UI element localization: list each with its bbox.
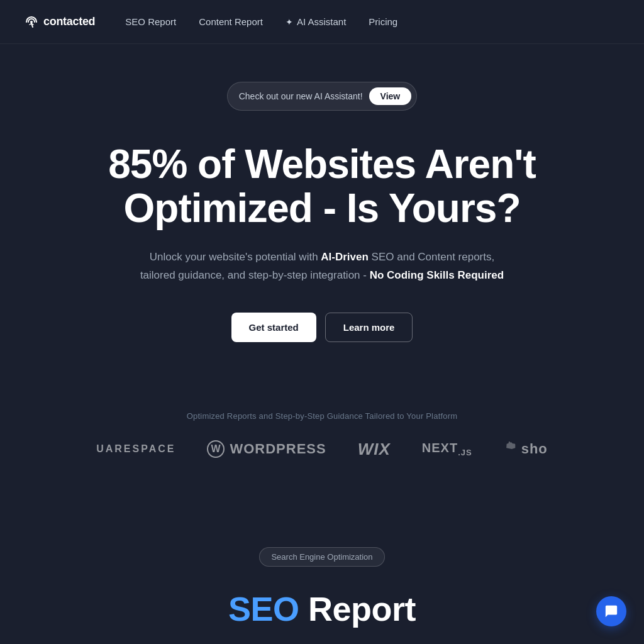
seo-title: SEO Report: [228, 589, 416, 628]
navbar: contacted SEO Report Content Report ✦ AI…: [0, 0, 644, 44]
wordpress-icon: W: [207, 440, 225, 458]
nav-content-report[interactable]: Content Report: [199, 16, 263, 28]
hero-title: 85% of Websites Aren't Optimized - Is Yo…: [83, 142, 561, 231]
nav-ai-assistant[interactable]: ✦ AI Assistant: [286, 16, 346, 27]
hero-buttons: Get started Learn more: [231, 313, 413, 342]
announcement-banner: Check out our new AI Assistant! View: [227, 82, 418, 111]
seo-section: Search Engine Optimization SEO Report Le…: [0, 535, 644, 644]
announcement-view-button[interactable]: View: [369, 87, 412, 105]
get-started-button[interactable]: Get started: [231, 313, 316, 342]
logo[interactable]: contacted: [25, 15, 95, 28]
squarespace-logo: UARESPACE: [96, 443, 175, 455]
ai-icon: ✦: [286, 17, 293, 27]
learn-more-button[interactable]: Learn more: [325, 313, 413, 342]
shopify-logo: sho: [504, 441, 548, 457]
nav-seo-report[interactable]: SEO Report: [125, 16, 176, 28]
seo-accent: SEO: [228, 590, 299, 628]
hero-section: Check out our new AI Assistant! View 85%…: [0, 44, 644, 411]
hero-subtitle: Unlock your website's potential with AI-…: [133, 248, 511, 285]
chat-icon: [604, 604, 618, 618]
divider: [0, 509, 644, 535]
platforms-section: Optimized Reports and Step-by-Step Guida…: [0, 411, 644, 509]
wordpress-logo: W WORDPRESS: [207, 440, 326, 458]
platforms-logos: UARESPACE W WORDPRESS WIX NEXT.JS sho: [13, 440, 631, 459]
nav-pricing[interactable]: Pricing: [369, 16, 397, 28]
chat-widget[interactable]: [596, 596, 626, 626]
nextjs-logo: NEXT.JS: [422, 441, 472, 457]
announcement-text: Check out our new AI Assistant!: [239, 91, 363, 101]
seo-badge: Search Engine Optimization: [259, 547, 384, 567]
platforms-subtitle: Optimized Reports and Step-by-Step Guida…: [13, 411, 631, 421]
wix-logo: WIX: [358, 440, 391, 459]
